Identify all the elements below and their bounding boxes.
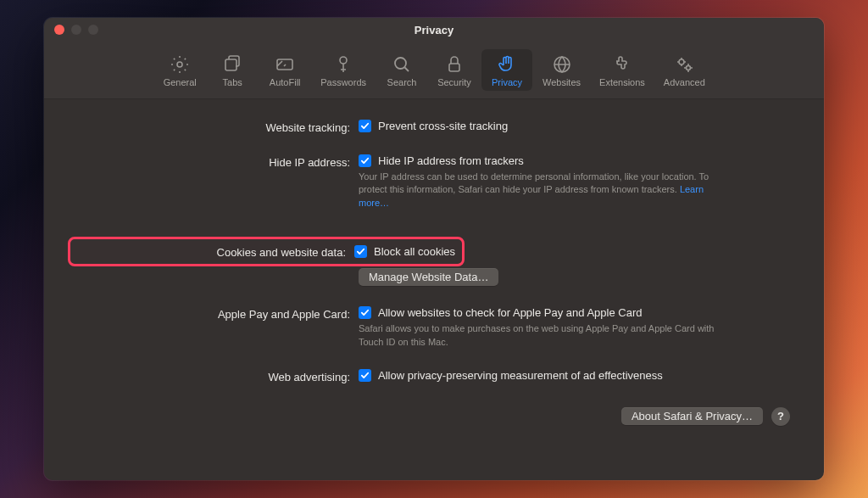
checkbox-hide-ip[interactable] xyxy=(359,154,371,167)
titlebar: Privacy xyxy=(44,18,824,42)
traffic-lights xyxy=(54,25,98,35)
label-cookies: Cookies and website data: xyxy=(77,244,354,259)
label-web-advertising: Web advertising: xyxy=(75,369,359,383)
row-website-tracking: Website tracking: Prevent cross-site tra… xyxy=(75,120,793,134)
tabs-icon xyxy=(222,54,242,75)
svg-rect-5 xyxy=(449,64,459,71)
row-hide-ip: Hide IP address: Hide IP address from tr… xyxy=(75,154,793,210)
checkbox-label-hide-ip: Hide IP address from trackers xyxy=(378,154,524,167)
lock-icon xyxy=(444,54,465,75)
label-hide-ip: Hide IP address: xyxy=(75,154,359,169)
autofill-icon xyxy=(275,54,295,75)
tab-passwords[interactable]: Passwords xyxy=(312,49,375,91)
svg-point-8 xyxy=(687,66,691,70)
tab-tabs[interactable]: Tabs xyxy=(207,49,258,91)
tab-security[interactable]: Security xyxy=(429,49,480,91)
key-icon xyxy=(333,54,353,75)
checkbox-web-advertising[interactable] xyxy=(359,369,371,382)
globe-icon xyxy=(552,54,572,75)
svg-point-0 xyxy=(177,62,182,67)
toolbar: General Tabs AutoFill Passwords Search xyxy=(44,42,824,99)
about-safari-privacy-button[interactable]: About Safari & Privacy… xyxy=(621,407,763,425)
checkbox-label-prevent-cross-site: Prevent cross-site tracking xyxy=(378,120,508,132)
label-apple-pay: Apple Pay and Apple Card: xyxy=(75,306,359,321)
minimize-button[interactable] xyxy=(71,25,81,35)
manage-website-data-button[interactable]: Manage Website Data… xyxy=(359,268,498,286)
svg-point-4 xyxy=(395,58,406,69)
desc-apple-pay: Safari allows you to make purchases on t… xyxy=(359,322,732,349)
checkbox-block-cookies[interactable] xyxy=(354,245,367,258)
checkbox-label-apple-pay: Allow websites to check for Apple Pay an… xyxy=(378,306,642,319)
gears-icon xyxy=(674,54,694,75)
help-button[interactable]: ? xyxy=(771,407,790,426)
checkbox-prevent-cross-site[interactable] xyxy=(359,120,371,132)
tab-general[interactable]: General xyxy=(154,49,205,91)
close-button[interactable] xyxy=(54,25,64,35)
checkbox-apple-pay[interactable] xyxy=(359,306,371,319)
hand-icon xyxy=(497,54,517,75)
desc-hide-ip: Your IP address can be used to determine… xyxy=(359,171,732,210)
tab-advanced[interactable]: Advanced xyxy=(655,49,714,91)
svg-point-7 xyxy=(679,59,684,64)
checkbox-label-web-advertising: Allow privacy-preserving measurement of … xyxy=(378,369,663,382)
checkbox-label-block-cookies: Block all cookies xyxy=(374,245,455,258)
svg-point-3 xyxy=(340,57,347,64)
preferences-window: Privacy General Tabs AutoFill Passwords xyxy=(44,18,824,480)
footer: About Safari & Privacy… ? xyxy=(75,407,793,426)
content-pane: Website tracking: Prevent cross-site tra… xyxy=(44,99,824,480)
maximize-button[interactable] xyxy=(88,25,98,35)
tab-extensions[interactable]: Extensions xyxy=(591,49,654,91)
tab-search[interactable]: Search xyxy=(376,49,427,91)
puzzle-icon xyxy=(612,54,632,75)
label-website-tracking: Website tracking: xyxy=(75,120,359,134)
row-web-advertising: Web advertising: Allow privacy-preservin… xyxy=(75,369,793,383)
row-apple-pay: Apple Pay and Apple Card: Allow websites… xyxy=(75,306,793,349)
svg-rect-1 xyxy=(225,59,236,70)
search-icon xyxy=(392,54,412,75)
tab-websites[interactable]: Websites xyxy=(534,49,589,91)
gear-icon xyxy=(170,54,190,75)
tab-privacy[interactable]: Privacy xyxy=(481,49,532,91)
tab-autofill[interactable]: AutoFill xyxy=(259,49,310,91)
highlight-cookies: Cookies and website data: Block all cook… xyxy=(68,237,465,266)
window-title: Privacy xyxy=(415,24,453,36)
